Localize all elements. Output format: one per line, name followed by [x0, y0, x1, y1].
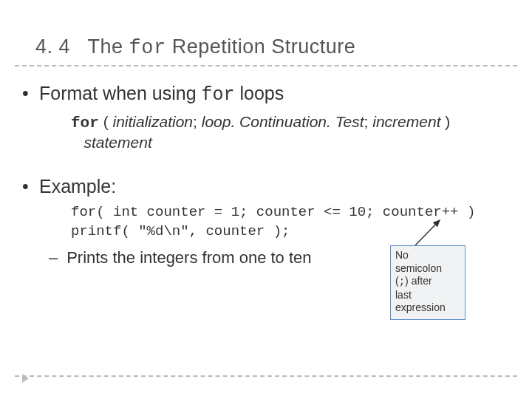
bullet-format-keyword: for — [202, 84, 235, 106]
syntax-cond: loop. Continuation. Test — [202, 113, 364, 130]
code-line-2: printf( "%d\n", counter ); — [71, 223, 290, 239]
syntax-inc: increment — [372, 113, 440, 130]
sub-bullet-prints: – Prints the integers from one to ten — [49, 248, 312, 267]
syntax-keyword: for — [71, 115, 99, 132]
callout-line-4: last — [395, 289, 460, 302]
footer-divider — [15, 375, 517, 377]
callout-line-5: expression — [395, 301, 460, 315]
title-post: Repetition Structure — [166, 35, 356, 58]
title-divider — [15, 65, 517, 66]
callout-line-1: No — [395, 249, 460, 262]
syntax-line-1: for ( initialization; loop. Continuation… — [71, 112, 450, 133]
callout-line-2: semicolon — [395, 262, 460, 276]
callout-line-3: (;) after — [395, 275, 460, 289]
play-icon — [22, 374, 29, 383]
syntax-stmt: statement — [84, 134, 152, 151]
title-keyword: for — [129, 37, 166, 59]
syntax-init: initialization — [112, 113, 193, 130]
bullet-example-label: Example: — [39, 176, 116, 197]
bullet-dot-icon: • — [22, 176, 34, 197]
slide-title: 4. 4 The for Repetition Structure — [35, 35, 355, 59]
bullet-format-post: loops — [235, 83, 284, 103]
dash-icon: – — [49, 248, 62, 267]
syntax-close: ) — [440, 113, 450, 130]
svg-line-0 — [415, 220, 440, 245]
bullet-format-pre: Format when using — [39, 83, 202, 103]
bullet-example: • Example: — [22, 176, 116, 197]
section-number: 4. 4 — [35, 35, 70, 58]
bullet-dot-icon: • — [22, 83, 34, 104]
code-line-1: for( int counter = 1; counter <= 10; cou… — [71, 204, 475, 220]
syntax-open: ( — [99, 113, 113, 130]
syntax-sep1: ; — [193, 113, 202, 130]
sub-bullet-text: Prints the integers from one to ten — [66, 248, 311, 267]
callout-note: No semicolon (;) after last expression — [390, 245, 466, 320]
syntax-line-2: statement — [71, 133, 152, 152]
title-pre: The — [88, 35, 129, 58]
bullet-format: • Format when using for loops — [22, 83, 284, 106]
syntax-sep2: ; — [364, 113, 373, 130]
